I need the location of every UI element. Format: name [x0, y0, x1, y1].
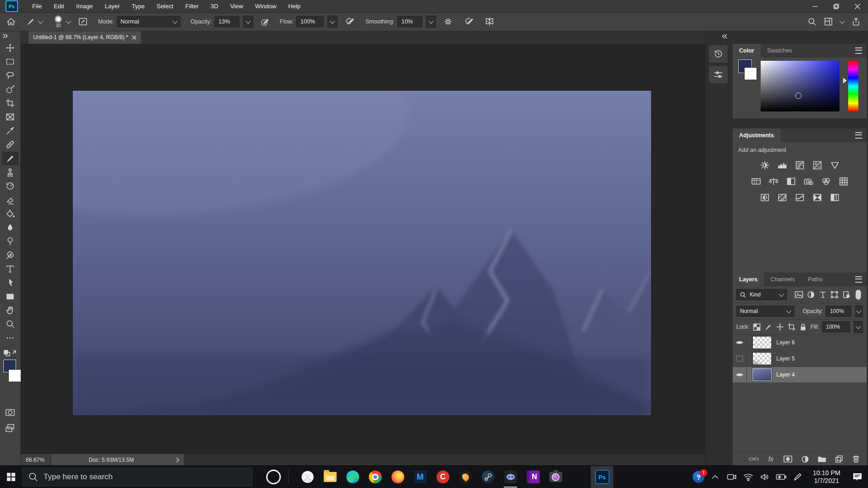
color-balance-icon[interactable]: [768, 176, 779, 186]
action-center-icon[interactable]: [848, 466, 867, 488]
document-tab[interactable]: Untitled-1 @ 66.7% (Layer 4, RGB/8) *: [29, 31, 141, 44]
layer-row-layer-4[interactable]: Layer 4: [733, 367, 867, 383]
filter-pixel-layers-icon[interactable]: [794, 290, 804, 300]
menu-select[interactable]: Select: [151, 0, 179, 12]
brush-settings-panel-icon[interactable]: [78, 17, 88, 27]
taskbar-snip-sketch-icon[interactable]: [296, 466, 319, 488]
layer-thumbnail[interactable]: [752, 352, 772, 365]
layer-name[interactable]: Layer 4: [776, 372, 795, 378]
color-panel-background-swatch[interactable]: [745, 68, 757, 80]
lock-artboard-icon[interactable]: [787, 322, 796, 332]
tray-chevron-up-icon[interactable]: [708, 466, 722, 488]
tab-adjustments[interactable]: Adjustments: [733, 128, 781, 142]
hue-saturation-icon[interactable]: [751, 176, 762, 186]
paint-bucket-tool[interactable]: [2, 207, 18, 221]
default-colors-icon[interactable]: [3, 349, 17, 360]
history-panel-icon[interactable]: [709, 45, 728, 63]
flow-chevron-button[interactable]: [327, 16, 338, 28]
add-layer-mask-icon[interactable]: [783, 454, 793, 464]
path-selection-tool[interactable]: [2, 276, 18, 290]
layer-effects-fx-icon[interactable]: fx: [766, 454, 776, 464]
invert-icon[interactable]: [759, 192, 770, 203]
properties-panel-icon[interactable]: [709, 66, 728, 83]
smoothing-input[interactable]: 10%: [397, 16, 422, 27]
workspace-switcher-icon[interactable]: [824, 17, 833, 26]
photo-filter-icon[interactable]: [803, 176, 814, 186]
new-adjustment-layer-icon[interactable]: [800, 454, 810, 464]
start-button[interactable]: [0, 466, 22, 488]
menu-filter[interactable]: Filter: [179, 0, 204, 12]
home-icon[interactable]: [6, 17, 16, 26]
black-white-icon[interactable]: [786, 176, 797, 186]
minimize-button[interactable]: [804, 0, 826, 12]
close-button[interactable]: [847, 0, 868, 12]
brightness-contrast-icon[interactable]: [759, 160, 770, 170]
menu-image[interactable]: Image: [70, 0, 99, 12]
history-brush-tool[interactable]: [2, 179, 18, 193]
help-alert-icon[interactable]: ?!: [691, 466, 706, 488]
lock-all-icon[interactable]: [799, 322, 808, 332]
opacity-input[interactable]: 13%: [215, 16, 239, 27]
eraser-tool[interactable]: [2, 193, 18, 207]
levels-icon[interactable]: [777, 160, 788, 170]
taskbar-onenote-icon[interactable]: N: [522, 466, 544, 488]
threshold-icon[interactable]: [794, 192, 805, 203]
menu-3d[interactable]: 3D: [204, 0, 224, 12]
blend-mode-dropdown[interactable]: Normal: [117, 16, 181, 27]
brush-preset-picker[interactable]: 30: [54, 15, 62, 28]
channel-mixer-icon[interactable]: [821, 176, 832, 186]
fill-chevron-button[interactable]: [854, 321, 863, 333]
canvas-document[interactable]: [73, 91, 651, 415]
filter-type-layers-icon[interactable]: [818, 290, 827, 300]
workspace-chevron-icon[interactable]: [839, 18, 845, 23]
opacity-chevron-button[interactable]: [855, 305, 863, 317]
selective-color-icon[interactable]: [812, 192, 823, 203]
lock-transparent-pixels-icon[interactable]: [752, 322, 761, 332]
background-color-swatch[interactable]: [9, 370, 21, 382]
smoothing-options-gear-icon[interactable]: [443, 17, 453, 26]
link-layers-icon[interactable]: [749, 454, 759, 464]
adjustments-panel-menu-icon[interactable]: [855, 128, 867, 142]
taskbar-fl-studio-icon[interactable]: [454, 466, 477, 488]
share-image-icon[interactable]: [851, 17, 861, 26]
status-options-chevron-icon[interactable]: [172, 454, 184, 466]
curves-icon[interactable]: [794, 160, 805, 170]
move-tool[interactable]: [2, 41, 18, 55]
pressure-opacity-icon[interactable]: [260, 17, 270, 27]
menu-file[interactable]: File: [26, 0, 48, 12]
brush-picker-chevron-icon[interactable]: [66, 18, 71, 23]
close-tab-icon[interactable]: [132, 35, 136, 40]
menu-help[interactable]: Help: [282, 0, 307, 12]
zoom-level-field[interactable]: 66.67%: [20, 454, 50, 466]
taskbar-discord-icon[interactable]: [499, 466, 522, 488]
delete-layer-trash-icon[interactable]: [851, 454, 861, 464]
object-selection-tool[interactable]: [2, 82, 18, 96]
taskbar-file-explorer-icon[interactable]: [319, 466, 341, 488]
rectangular-marquee-tool[interactable]: [2, 55, 18, 69]
dock-expand-chevrons-icon[interactable]: [705, 31, 731, 42]
eyedropper-tool[interactable]: [2, 124, 18, 138]
filter-shape-layers-icon[interactable]: [830, 290, 839, 300]
blur-tool[interactable]: [2, 221, 18, 234]
toolbox-collapse-chevrons-icon[interactable]: [0, 31, 20, 41]
layer-opacity-input[interactable]: 100%: [826, 306, 851, 317]
exposure-icon[interactable]: [812, 160, 823, 170]
menu-view[interactable]: View: [224, 0, 249, 12]
taskbar-photoshop-icon[interactable]: Ps: [591, 466, 613, 488]
filter-smart-objects-icon[interactable]: [842, 290, 851, 300]
lasso-tool[interactable]: [2, 69, 18, 82]
pen-tool[interactable]: [2, 248, 18, 262]
pressure-size-icon[interactable]: [463, 17, 474, 27]
hue-slider-arrow-icon[interactable]: [843, 78, 847, 83]
menu-type[interactable]: Type: [126, 0, 151, 12]
smoothing-chevron-button[interactable]: [426, 16, 436, 28]
taskbar-clock[interactable]: 10:10 PM 1/7/2021: [807, 469, 846, 485]
layer-row-layer-5[interactable]: Layer 5: [733, 351, 867, 367]
menu-edit[interactable]: Edit: [48, 0, 70, 12]
hand-tool[interactable]: [2, 303, 18, 317]
new-group-icon[interactable]: [817, 454, 827, 464]
wifi-icon[interactable]: [741, 466, 756, 488]
flow-input[interactable]: 100%: [296, 16, 324, 27]
color-cursor[interactable]: [795, 93, 802, 99]
airbrush-icon[interactable]: [344, 17, 355, 27]
